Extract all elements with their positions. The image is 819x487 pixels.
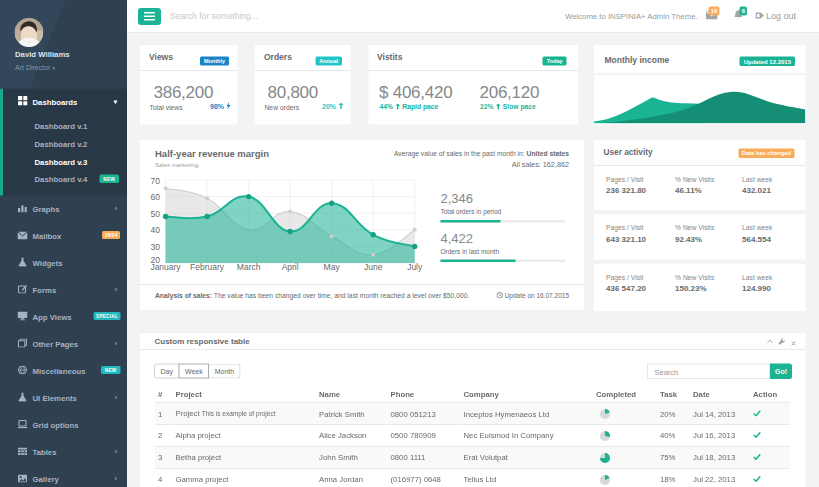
svg-text:January: January [150, 262, 181, 272]
svg-text:40: 40 [151, 225, 161, 235]
svg-text:February: February [190, 262, 225, 272]
svg-text:March: March [237, 262, 261, 272]
svg-text:50: 50 [151, 209, 161, 219]
svg-text:30: 30 [151, 242, 161, 252]
svg-text:70: 70 [151, 176, 161, 186]
svg-text:May: May [324, 262, 341, 272]
svg-text:July: July [407, 262, 423, 272]
svg-text:April: April [282, 262, 299, 272]
svg-text:June: June [364, 262, 383, 272]
svg-text:60: 60 [151, 192, 161, 202]
